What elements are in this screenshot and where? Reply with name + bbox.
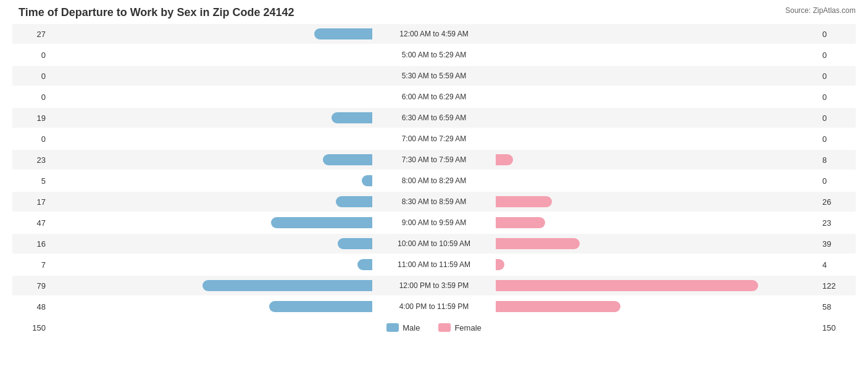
bar-row: 7 11:00 AM to 11:59 AM 4 [12, 255, 856, 274]
bar-row: 0 5:00 AM to 5:29 AM 0 [12, 45, 856, 65]
time-label: 8:00 AM to 8:29 AM [372, 176, 496, 185]
right-value: 0 [819, 134, 856, 144]
right-value: 8 [819, 155, 856, 165]
female-bar-wrap [496, 175, 819, 187]
time-label: 7:30 AM to 7:59 AM [372, 155, 496, 164]
male-bar-wrap [49, 49, 372, 61]
bar-row: 48 4:00 PM to 11:59 PM 58 [12, 297, 856, 316]
time-label: 12:00 PM to 3:59 PM [372, 281, 496, 290]
left-value: 16 [12, 239, 49, 249]
legend-male: Male [386, 323, 420, 332]
bars-center: 7:30 AM to 7:59 AM [49, 150, 819, 170]
female-bar-wrap [496, 196, 819, 208]
male-bar [357, 259, 372, 270]
bar-row: 47 9:00 AM to 9:59 AM 23 [12, 213, 856, 233]
left-value: 0 [12, 72, 49, 81]
right-value: 0 [819, 51, 856, 60]
right-value: 122 [819, 281, 856, 291]
left-value: 0 [12, 134, 49, 144]
right-value: 58 [819, 302, 856, 311]
bars-center: 6:30 AM to 6:59 AM [49, 108, 819, 128]
bars-center: 12:00 PM to 3:59 PM [49, 276, 819, 295]
time-label: 5:00 AM to 5:29 AM [372, 51, 496, 59]
male-bar [202, 280, 372, 291]
male-bar [338, 238, 372, 249]
female-bar [496, 280, 758, 291]
bars-center: 11:00 AM to 11:59 AM [49, 255, 819, 274]
bar-row: 0 6:00 AM to 6:29 AM 0 [12, 87, 856, 107]
female-bar-wrap [496, 28, 819, 40]
time-label: 10:00 AM to 10:59 AM [372, 239, 496, 248]
left-value: 0 [12, 51, 49, 60]
left-value: 7 [12, 260, 49, 270]
female-bar [496, 301, 620, 312]
time-label: 12:00 AM to 4:59 AM [372, 30, 496, 38]
female-bar-wrap [496, 133, 819, 145]
bar-row: 19 6:30 AM to 6:59 AM 0 [12, 108, 856, 128]
female-bar-wrap [496, 258, 819, 271]
male-bar-wrap [49, 28, 372, 40]
male-bar-wrap [49, 154, 372, 166]
time-label: 6:30 AM to 6:59 AM [372, 113, 496, 122]
male-bar-wrap [49, 196, 372, 208]
axis-left-value: 150 [12, 323, 49, 332]
time-label: 6:00 AM to 6:29 AM [372, 93, 496, 101]
male-bar [323, 154, 372, 165]
left-value: 48 [12, 302, 49, 311]
female-bar [496, 217, 545, 228]
right-value: 0 [819, 113, 856, 123]
source-text: Source: ZipAtlas.com [785, 6, 856, 15]
female-bar [496, 196, 552, 207]
axis-right-value: 150 [819, 323, 856, 332]
bars-center: 12:00 AM to 4:59 AM [49, 24, 819, 44]
right-value: 0 [819, 93, 856, 102]
left-value: 47 [12, 218, 49, 228]
time-label: 9:00 AM to 9:59 AM [372, 218, 496, 227]
male-bar-wrap [49, 70, 372, 82]
left-value: 17 [12, 197, 49, 207]
female-bar-wrap [496, 237, 819, 250]
male-bar [314, 28, 372, 39]
male-bar-wrap [49, 91, 372, 103]
legend-male-label: Male [403, 323, 420, 332]
male-bar [271, 217, 372, 228]
male-bar [336, 196, 372, 207]
male-bar-wrap [49, 258, 372, 271]
male-bar [332, 112, 372, 123]
bars-center: 6:00 AM to 6:29 AM [49, 87, 819, 107]
right-value: 0 [819, 72, 856, 81]
time-label: 5:30 AM to 5:59 AM [372, 72, 496, 80]
bar-row: 16 10:00 AM to 10:59 AM 39 [12, 234, 856, 254]
bars-center: 8:00 AM to 8:29 AM [49, 171, 819, 191]
legend-female-box [438, 323, 451, 332]
bar-row: 17 8:30 AM to 8:59 AM 26 [12, 192, 856, 212]
bar-row: 5 8:00 AM to 8:29 AM 0 [12, 171, 856, 191]
chart-title: Time of Departure to Work by Sex in Zip … [12, 6, 856, 19]
left-value: 0 [12, 93, 49, 102]
right-value: 26 [819, 197, 856, 207]
female-bar-wrap [496, 70, 819, 82]
time-label: 7:00 AM to 7:29 AM [372, 134, 496, 143]
male-bar-wrap [49, 279, 372, 292]
chart-container: Time of Departure to Work by Sex in Zip … [0, 0, 868, 367]
legend-female: Female [438, 323, 481, 332]
right-value: 23 [819, 218, 856, 228]
bars-center: 5:00 AM to 5:29 AM [49, 45, 819, 65]
right-value: 39 [819, 239, 856, 249]
male-bar-wrap [49, 133, 372, 145]
bar-row: 79 12:00 PM to 3:59 PM 122 [12, 276, 856, 295]
male-bar-wrap [49, 216, 372, 229]
male-bar-wrap [49, 237, 372, 250]
female-bar-wrap [496, 300, 819, 313]
female-bar-wrap [496, 216, 819, 229]
male-bar [269, 301, 372, 312]
legend-female-label: Female [454, 323, 481, 332]
chart-area: 27 12:00 AM to 4:59 AM 0 0 5:00 AM to 5:… [12, 24, 856, 316]
time-label: 11:00 AM to 11:59 AM [372, 260, 496, 269]
female-bar-wrap [496, 112, 819, 124]
bars-center: 10:00 AM to 10:59 AM [49, 234, 819, 254]
left-value: 19 [12, 113, 49, 123]
female-bar [496, 259, 504, 270]
female-bar-wrap [496, 154, 819, 166]
time-label: 8:30 AM to 8:59 AM [372, 197, 496, 206]
